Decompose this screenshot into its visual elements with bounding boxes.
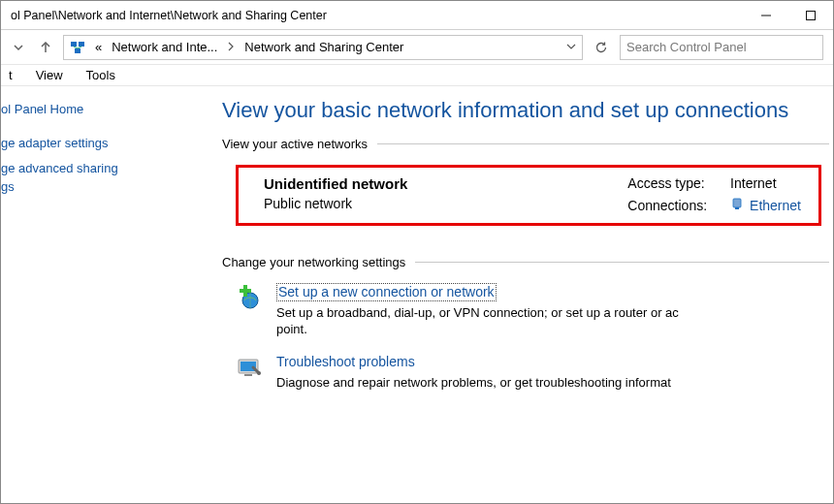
svg-rect-8 <box>735 207 739 209</box>
svg-rect-7 <box>733 199 741 207</box>
control-panel-home-link[interactable]: ol Panel Home <box>1 102 191 116</box>
network-type: Public network <box>264 196 407 211</box>
menu-item-view[interactable]: View <box>36 68 63 82</box>
svg-rect-4 <box>75 48 80 53</box>
network-summary: Unidentified network Public network <box>264 175 407 213</box>
address-bar: « Network and Inte... Network and Sharin… <box>1 30 833 65</box>
menu-item-0[interactable]: t <box>9 68 13 82</box>
troubleshoot-link[interactable]: Troubleshoot problems <box>276 354 415 371</box>
change-adapter-settings-link[interactable]: ge adapter settings <box>1 134 191 153</box>
content-body: ol Panel Home ge adapter settings ge adv… <box>1 86 833 503</box>
ethernet-icon <box>730 197 744 213</box>
menu-item-tools[interactable]: Tools <box>86 68 115 82</box>
search-placeholder: Search Control Panel <box>626 40 747 54</box>
svg-rect-15 <box>244 374 252 376</box>
setup-connection-icon <box>236 283 265 312</box>
breadcrumb-item-1[interactable]: Network and Inte... <box>110 40 219 54</box>
divider <box>377 143 829 144</box>
svg-line-5 <box>74 47 78 48</box>
breadcrumb-dropdown-button[interactable] <box>559 40 576 54</box>
divider <box>415 262 829 263</box>
search-input[interactable]: Search Control Panel <box>620 35 823 60</box>
network-details: Access type: Internet Connections: Ether… <box>627 175 801 213</box>
menu-bar: t View Tools <box>1 65 833 86</box>
maximize-button[interactable] <box>788 1 833 29</box>
main-pane: View your basic network information and … <box>203 86 833 503</box>
refresh-button[interactable] <box>591 37 612 58</box>
history-dropdown-button[interactable] <box>9 38 28 57</box>
window-root: ol Panel\Network and Internet\Network an… <box>0 0 834 504</box>
breadcrumb[interactable]: « Network and Inte... Network and Sharin… <box>63 35 583 60</box>
titlebar: ol Panel\Network and Internet\Network an… <box>1 1 833 30</box>
window-title: ol Panel\Network and Internet\Network an… <box>11 9 327 22</box>
connections-label: Connections: <box>627 198 707 213</box>
svg-rect-2 <box>71 42 77 47</box>
page-heading: View your basic network information and … <box>222 98 829 123</box>
minimize-button[interactable] <box>744 1 788 29</box>
sidebar: ol Panel Home ge adapter settings ge adv… <box>1 86 203 503</box>
svg-rect-3 <box>79 42 84 47</box>
change-advanced-sharing-link[interactable]: ge advanced sharing gs <box>1 159 191 197</box>
section-networking-settings: Change your networking settings <box>222 255 829 269</box>
section-networking-settings-label: Change your networking settings <box>222 255 405 269</box>
troubleshoot-desc: Diagnose and repair network problems, or… <box>276 375 671 392</box>
troubleshoot-icon <box>236 354 265 383</box>
breadcrumb-item-2[interactable]: Network and Sharing Center <box>242 40 405 54</box>
setup-connection-link[interactable]: Set up a new connection or network <box>276 283 497 301</box>
network-name: Unidentified network <box>264 175 407 192</box>
network-sharing-icon <box>70 39 87 56</box>
setup-connection-item: Set up a new connection or network Set u… <box>236 283 821 338</box>
svg-rect-1 <box>807 11 816 19</box>
svg-line-6 <box>78 47 81 48</box>
chevron-right-icon[interactable] <box>225 40 237 54</box>
active-network-box: Unidentified network Public network Acce… <box>236 165 821 226</box>
up-button[interactable] <box>36 38 55 57</box>
breadcrumb-prefix: « <box>93 40 104 54</box>
svg-rect-12 <box>243 285 247 297</box>
access-type-label: Access type: <box>627 175 707 191</box>
ethernet-link[interactable]: Ethernet <box>750 198 801 213</box>
window-controls <box>744 1 833 29</box>
section-active-networks: View your active networks <box>222 137 829 151</box>
svg-point-16 <box>257 371 261 375</box>
access-type-value: Internet <box>730 175 801 191</box>
setup-connection-desc: Set up a broadband, dial-up, or VPN conn… <box>276 305 679 338</box>
section-active-networks-label: View your active networks <box>222 137 368 151</box>
troubleshoot-item: Troubleshoot problems Diagnose and repai… <box>236 354 821 392</box>
connections-value: Ethernet <box>730 197 801 213</box>
